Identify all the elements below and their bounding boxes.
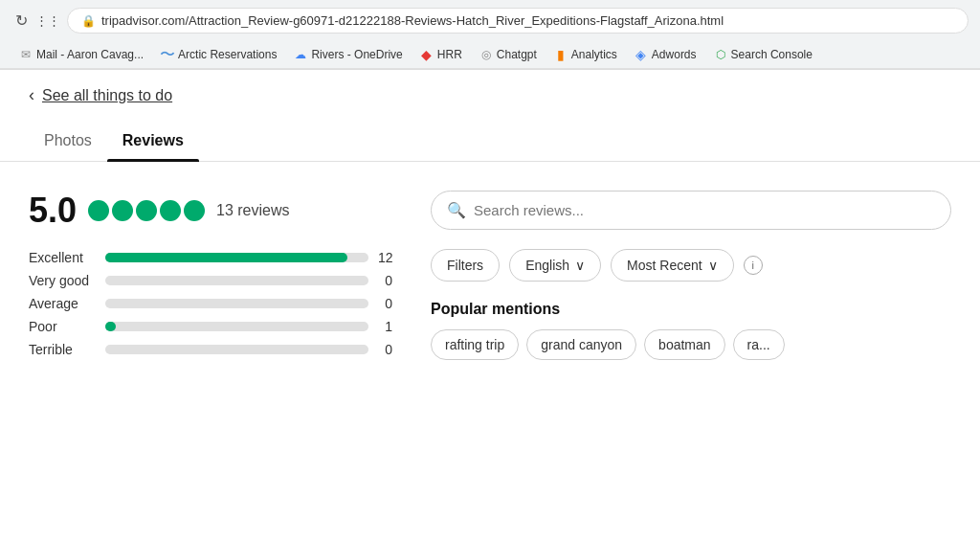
bookmark-hrr[interactable]: ◆ HRR bbox=[412, 45, 470, 64]
rating-row-verygood: Very good 0 bbox=[29, 273, 392, 288]
dot-4 bbox=[160, 200, 181, 221]
search-box[interactable]: 🔍 bbox=[431, 191, 951, 230]
back-arrow-icon[interactable]: ‹ bbox=[29, 85, 34, 105]
bar-container-terrible bbox=[105, 345, 368, 354]
reviews-count: 13 reviews bbox=[216, 202, 289, 219]
filters-button-label: Filters bbox=[447, 258, 483, 273]
rating-label-poor: Poor bbox=[29, 319, 96, 334]
info-icon[interactable]: i bbox=[744, 256, 763, 275]
hrr-icon: ◆ bbox=[420, 48, 434, 61]
bookmark-arctic[interactable]: 〜 Arctic Reservations bbox=[153, 45, 284, 64]
analytics-icon: ▮ bbox=[554, 48, 568, 61]
bookmark-hrr-label: HRR bbox=[437, 48, 462, 61]
arctic-icon: 〜 bbox=[161, 48, 174, 61]
popular-mentions: Popular mentions rafting trip grand cany… bbox=[431, 301, 951, 360]
rating-row-excellent: Excellent 12 bbox=[29, 250, 392, 265]
rating-count-average: 0 bbox=[378, 296, 392, 311]
rating-row-terrible: Terrible 0 bbox=[29, 342, 392, 357]
page-content: ‹ See all things to do Photos Reviews 5.… bbox=[0, 70, 980, 389]
rating-count-excellent: 12 bbox=[378, 250, 392, 265]
dot-5 bbox=[184, 200, 205, 221]
dot-2 bbox=[112, 200, 133, 221]
search-input[interactable] bbox=[474, 202, 935, 218]
tab-photos[interactable]: Photos bbox=[29, 121, 107, 161]
popular-mentions-title: Popular mentions bbox=[431, 301, 951, 318]
rating-label-verygood: Very good bbox=[29, 273, 96, 288]
mention-chip-partial[interactable]: ra... bbox=[733, 329, 785, 360]
rating-label-terrible: Terrible bbox=[29, 342, 96, 357]
adwords-icon: ◈ bbox=[635, 48, 648, 61]
back-link[interactable]: See all things to do bbox=[42, 87, 172, 104]
bookmark-adwords[interactable]: ◈ Adwords bbox=[627, 45, 704, 64]
bookmark-mail-label: Mail - Aaron Cavag... bbox=[36, 48, 144, 61]
search-filter-section: 🔍 Filters English ∨ Most Recent ∨ i Popu bbox=[431, 191, 951, 360]
tabs: Photos Reviews bbox=[0, 121, 980, 162]
bookmark-arctic-label: Arctic Reservations bbox=[178, 48, 277, 61]
bookmarks-bar: ✉ Mail - Aaron Cavag... 〜 Arctic Reserva… bbox=[0, 41, 980, 69]
ratings-section: 5.0 13 reviews Excellent 12 bbox=[29, 191, 392, 360]
rating-count-terrible: 0 bbox=[378, 342, 392, 357]
bookmark-chatgpt[interactable]: ◎ Chatgpt bbox=[472, 45, 545, 64]
chatgpt-icon: ◎ bbox=[479, 48, 493, 61]
rating-label-excellent: Excellent bbox=[29, 250, 96, 265]
dot-3 bbox=[136, 200, 157, 221]
dot-1 bbox=[88, 200, 109, 221]
mention-chip-rafting[interactable]: rafting trip bbox=[431, 329, 519, 360]
bookmark-console[interactable]: ⬡ Search Console bbox=[706, 45, 820, 64]
bar-container-average bbox=[105, 299, 368, 308]
mail-icon: ✉ bbox=[19, 48, 33, 61]
bar-container-poor bbox=[105, 322, 368, 331]
rating-bars: Excellent 12 Very good 0 Average bbox=[29, 250, 392, 357]
score-number: 5.0 bbox=[29, 191, 77, 231]
sort-chevron-icon: ∨ bbox=[708, 258, 718, 273]
bookmark-analytics-label: Analytics bbox=[571, 48, 617, 61]
sort-filter-label: Most Recent bbox=[627, 258, 702, 273]
rivers-icon: ☁ bbox=[294, 48, 307, 61]
overall-score: 5.0 13 reviews bbox=[29, 191, 392, 231]
bar-fill-excellent bbox=[105, 253, 347, 262]
bookmark-rivers[interactable]: ☁ Rivers - OneDrive bbox=[286, 45, 410, 64]
bookmark-chatgpt-label: Chatgpt bbox=[497, 48, 537, 61]
bar-container-excellent bbox=[105, 253, 368, 262]
rating-count-verygood: 0 bbox=[378, 273, 392, 288]
language-chevron-icon: ∨ bbox=[575, 258, 585, 273]
rating-label-average: Average bbox=[29, 296, 96, 311]
rating-row-poor: Poor 1 bbox=[29, 319, 392, 334]
refresh-icon[interactable]: ↻ bbox=[11, 11, 31, 31]
sort-filter-button[interactable]: Most Recent ∨ bbox=[611, 249, 734, 282]
browser-chrome: ↻ ⋮⋮ 🔒 tripadvisor.com/Attraction_Review… bbox=[0, 0, 980, 70]
address-bar[interactable]: 🔒 tripadvisor.com/Attraction_Review-g609… bbox=[67, 8, 969, 34]
main-area: 5.0 13 reviews Excellent 12 bbox=[0, 162, 980, 389]
bookmark-analytics[interactable]: ▮ Analytics bbox=[546, 45, 625, 64]
rating-row-average: Average 0 bbox=[29, 296, 392, 311]
menu-icon[interactable]: ⋮⋮ bbox=[38, 11, 57, 31]
bookmark-adwords-label: Adwords bbox=[652, 48, 697, 61]
language-filter-button[interactable]: English ∨ bbox=[509, 249, 601, 282]
filter-row: Filters English ∨ Most Recent ∨ i bbox=[431, 249, 951, 282]
rating-count-poor: 1 bbox=[378, 319, 392, 334]
mentions-row: rafting trip grand canyon boatman ra... bbox=[431, 329, 951, 360]
lock-icon: 🔒 bbox=[81, 14, 96, 28]
search-icon: 🔍 bbox=[447, 201, 466, 219]
bookmark-mail[interactable]: ✉ Mail - Aaron Cavag... bbox=[11, 45, 151, 64]
back-nav: ‹ See all things to do bbox=[0, 70, 980, 121]
browser-toolbar: ↻ ⋮⋮ 🔒 tripadvisor.com/Attraction_Review… bbox=[0, 0, 980, 41]
console-icon: ⬡ bbox=[714, 48, 727, 61]
mention-chip-grandcanyon[interactable]: grand canyon bbox=[526, 329, 636, 360]
browser-nav-icons: ↻ ⋮⋮ bbox=[11, 11, 57, 31]
bookmark-rivers-label: Rivers - OneDrive bbox=[311, 48, 402, 61]
bookmark-console-label: Search Console bbox=[731, 48, 813, 61]
bar-container-verygood bbox=[105, 276, 368, 285]
mention-chip-boatman[interactable]: boatman bbox=[644, 329, 724, 360]
score-dots bbox=[88, 200, 205, 221]
filters-button[interactable]: Filters bbox=[431, 249, 500, 282]
url-text: tripadvisor.com/Attraction_Review-g60971… bbox=[101, 13, 724, 28]
language-filter-label: English bbox=[525, 258, 569, 273]
tab-reviews[interactable]: Reviews bbox=[107, 121, 199, 161]
bar-fill-poor bbox=[105, 322, 116, 331]
